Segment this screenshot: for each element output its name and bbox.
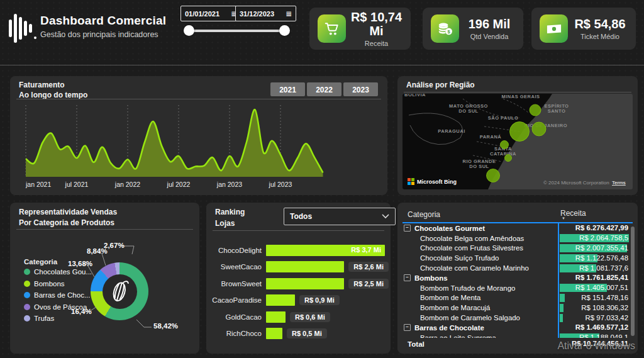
map-attribution: © 2024 Microsoft Corporation [543,180,609,186]
table-row[interactable]: Chocolate Suíço TrufadoR$ 1.122.576,48 [397,253,638,263]
ranking-bar[interactable] [266,278,344,289]
callout-line [136,320,152,327]
faturamento-area-chart: jan 2021jul 2021jan 2022jul 2022jan 2023… [15,103,382,192]
ranking-row-chocodelight[interactable]: ChocoDelightR$ 3,7 Mi [206,245,389,256]
store-label: CacaoParadise [206,296,266,304]
kpi-card-ticket-médio[interactable]: R$ 54,86Ticket Médio [531,8,636,50]
year-button-2021[interactable]: 2021 [270,82,305,96]
ranking-row-goldcacao[interactable]: GoldCacaoR$ 0,6 Mi [206,311,389,323]
ranking-bar[interactable]: R$ 3,7 Mi [266,245,385,256]
row-value: R$ 1.761.825,41 [575,274,628,282]
data-bar [560,314,563,322]
panel-divider [16,99,381,99]
row-value: R$ 2.007.355,41 [575,244,628,252]
bar-value-label: R$ 0,5 Mi [287,328,327,338]
year-button-2023[interactable]: 2023 [343,82,378,96]
x-axis-label: jan 2021 [25,181,51,188]
table-row[interactable]: Chocolate com Caramelo MarinhoR$ 1.081.7… [397,263,638,273]
store-label: SweetCacao [206,263,266,271]
coins-icon: $ [431,14,459,43]
row-value: R$ 1.081.737,6 [579,264,628,272]
table-header-categoria[interactable]: Categoria [408,210,440,219]
table-row[interactable]: Barra ao Leite SupremaR$ 1.188.049,1 [397,333,638,338]
lojas-filter-dropdown[interactable]: Todos [284,208,396,225]
logo-dot [34,36,36,39]
date-end-input[interactable]: 31/12/2023 ▦ [235,6,296,21]
region-bubble[interactable] [532,122,546,136]
windows-activation-watermark: Ativar o Windows [557,340,635,352]
row-value: R$ 1.405.007,51 [575,284,628,292]
ranking-row-cacaoparadise[interactable]: CacaoParadiseR$ 0,9 Mi [206,294,389,306]
row-label: Bombom de Maracujá [397,304,559,311]
row-label: Chocolate Suíço Trufado [397,254,559,262]
row-label: Chocolates Gourmet [414,225,559,232]
region-bubble[interactable] [530,104,541,116]
regiao-title: Análise por Região [406,81,475,89]
ranking-bar[interactable] [266,328,282,339]
row-label: Chocolate Belga com Amêndoas [397,235,559,242]
store-label: RichChoco [206,330,266,337]
kpi-value: R$ 10,74 Mi [346,10,407,38]
table-body: −Chocolates GourmetR$ 6.276.427,99Chocol… [397,223,638,338]
ranking-subtitle: Lojas [215,219,235,228]
ranking-row-richchoco[interactable]: RichChocoR$ 0,5 Mi [206,328,389,339]
table-row[interactable]: Chocolate Belga com AmêndoasR$ 2.064.758… [397,233,638,243]
x-axis-label: jan 2023 [216,181,242,188]
map-label: DO SUL [469,164,489,169]
collapse-icon[interactable]: − [404,225,411,232]
ranking-title: Ranking [215,208,245,216]
region-bubble-map[interactable]: BOLÍVIAMINAS GERAISMATO GROSSODO SULESPÍ… [402,94,633,189]
total-label: Total [408,340,559,348]
page-subtitle: Gestão dos principais indicadores [40,30,158,39]
map-terms-link[interactable]: Terms [612,180,626,186]
date-range-slider-handle-end[interactable] [279,25,290,36]
collapse-icon[interactable]: − [404,324,411,331]
date-end-value: 31/12/2023 [240,10,274,18]
table-row[interactable]: Bombom de MaracujáR$ 108.306,32 [397,303,638,313]
table-row[interactable]: −BombonsR$ 1.761.825,41 [397,273,638,283]
region-bubble[interactable] [487,169,500,182]
ranking-row-brownsweet[interactable]: BrownSweetR$ 2,5 Mi [206,278,389,289]
kpi-label: Ticket Médio [568,33,632,40]
x-axis-label: jul 2022 [167,181,191,188]
region-bubble[interactable] [505,155,512,162]
store-label: GoldCacao [206,313,266,321]
ranking-row-sweetcacao[interactable]: SweetCacaoR$ 2,6 Mi [206,261,389,272]
ranking-bar[interactable] [266,311,286,323]
percent-label: 2,67% [104,242,125,249]
table-row[interactable]: Chocolate com Frutas SilvestresR$ 2.007.… [397,243,638,254]
area-fill [26,109,323,177]
date-range-slider-track[interactable] [189,30,284,32]
kpi-card-qtd-vendida[interactable]: $196 MilQtd Vendida [423,8,523,50]
faturamento-panel: Faturamento Ao longo do tempo 2021202220… [10,76,387,195]
table-row[interactable]: Bombom Trufado de MorangoR$ 1.405.007,51 [397,283,638,293]
kpi-label: Receita [346,40,407,47]
table-scrollbar[interactable] [631,227,635,336]
region-bubble[interactable] [510,122,530,142]
row-value: R$ 108.306,32 [581,304,628,312]
row-value: R$ 2.064.758,5 [579,234,628,242]
app-logo [9,9,38,48]
kpi-value: R$ 54,86 [568,17,632,31]
logo-bar [24,21,27,36]
row-value: R$ 6.276.427,99 [575,224,628,232]
map-label: MINAS GERAIS [501,94,540,99]
table-row[interactable]: Bombom de MentaR$ 151.478,16 [397,293,638,303]
table-row[interactable]: −Barras de ChocolateR$ 1.469.577,12 [397,323,638,333]
table-row[interactable]: Bombom de Caramelo SalgadoR$ 97.033,42 [397,313,638,323]
date-start-input[interactable]: 01/01/2021 ▦ [180,6,242,21]
date-start-value: 01/01/2021 [185,10,219,18]
date-range-slider-handle-start[interactable] [184,25,194,36]
chevron-down-icon [382,214,389,219]
percent-label: 58,42% [153,322,178,330]
sort-desc-icon[interactable]: ▼ [562,216,565,220]
ranking-bar[interactable] [266,261,344,272]
faturamento-title: Faturamento [19,81,65,89]
kpi-card-receita[interactable]: R$ 10,74 MiReceita [309,8,411,50]
calendar-icon[interactable]: ▦ [286,11,292,17]
collapse-icon[interactable]: − [404,274,411,281]
year-button-2022[interactable]: 2022 [307,82,341,96]
table-row[interactable]: −Chocolates GourmetR$ 6.276.427,99 [397,223,638,233]
region-bubble[interactable] [501,141,509,149]
ranking-bar[interactable] [266,294,295,306]
